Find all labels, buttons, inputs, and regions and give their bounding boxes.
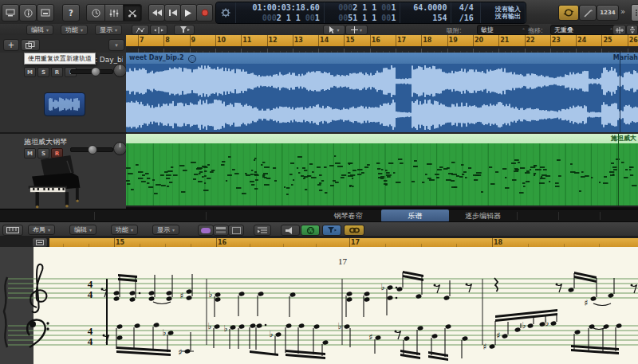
svg-text:4: 4 bbox=[88, 288, 93, 300]
back-to-start-button[interactable] bbox=[164, 4, 181, 22]
track-header-audio[interactable]: Mariah Carey....weet Day_bip MSRI bbox=[0, 53, 127, 134]
track-r-button[interactable]: R bbox=[51, 67, 63, 77]
link-icon[interactable] bbox=[344, 225, 364, 236]
ruler-bar-number: 25 bbox=[603, 37, 612, 44]
ruler-bar-number: 14 bbox=[320, 37, 329, 44]
svg-text:♭: ♭ bbox=[380, 282, 384, 292]
catch-filter-icon[interactable] bbox=[322, 225, 341, 236]
add-track-button[interactable]: + bbox=[3, 39, 19, 51]
track-name[interactable]: 施坦威大钢琴 bbox=[24, 137, 123, 147]
lcd-time-subposition: 0002 1 1 001 bbox=[262, 14, 320, 22]
ruler-bar-number: 20 bbox=[475, 37, 483, 44]
smart-controls-icon[interactable] bbox=[37, 4, 54, 22]
lcd-locator: 0051 1 1 001 bbox=[338, 14, 396, 22]
waveform-vzoom-icon[interactable] bbox=[626, 25, 638, 35]
ruler-bar-number: 21 bbox=[500, 37, 509, 44]
ruler-tick bbox=[576, 35, 577, 46]
svg-text:♯: ♯ bbox=[584, 298, 588, 308]
drag-label: 拖移: bbox=[528, 26, 543, 35]
pan-knob[interactable] bbox=[113, 64, 127, 77]
ruler-tick bbox=[525, 35, 526, 46]
menu-button[interactable]: 布局▾ bbox=[28, 225, 55, 235]
display-level-icon[interactable] bbox=[254, 225, 271, 236]
editor-tab[interactable]: 乐谱 bbox=[381, 209, 449, 222]
ruler-bar-number: 23 bbox=[552, 37, 561, 44]
lcd-signature-cell: 4/4 /16 bbox=[451, 2, 480, 23]
ruler-bar-number: 9 bbox=[191, 37, 196, 44]
crosshair-tool-button[interactable]: ▾ bbox=[345, 25, 368, 35]
menu-button[interactable]: 编辑▾ bbox=[69, 225, 96, 235]
editor-tab[interactable]: 逐步编辑器 bbox=[449, 209, 517, 222]
view-mode-linear-icon[interactable] bbox=[213, 225, 229, 236]
control-bar-list-icon[interactable] bbox=[631, 4, 638, 22]
svg-text:♭: ♭ bbox=[207, 321, 211, 331]
snap-select[interactable]: 敏捷⌃ bbox=[477, 25, 530, 35]
ruler-bar-number: 7 bbox=[140, 37, 144, 44]
lcd-io-cell: 没有输入 没有输出 bbox=[481, 2, 526, 23]
filter-icon[interactable] bbox=[174, 25, 195, 35]
mixer-icon[interactable] bbox=[104, 4, 124, 22]
audio-region[interactable]: weet Day_bip.2 ○ Mariah bbox=[126, 53, 638, 132]
track-header-piano[interactable]: 施坦威大钢琴 MSR bbox=[0, 134, 127, 210]
autopunch-icon[interactable] bbox=[579, 5, 597, 21]
info-icon[interactable] bbox=[19, 4, 37, 22]
display-icon[interactable] bbox=[2, 4, 19, 22]
drag-select[interactable]: 无重叠⌃ bbox=[550, 25, 617, 35]
cycle-icon[interactable] bbox=[558, 5, 579, 21]
menu-button[interactable]: 显示▾ bbox=[152, 225, 179, 235]
svg-text:♭: ♭ bbox=[162, 327, 166, 338]
next-region-name: Mariah bbox=[613, 53, 638, 64]
duplicate-track-button[interactable] bbox=[21, 39, 40, 51]
automation-icon[interactable] bbox=[132, 25, 149, 35]
view-mode-selected-icon[interactable] bbox=[198, 225, 214, 236]
help-icon[interactable]: ? bbox=[62, 4, 80, 22]
svg-text:♭: ♭ bbox=[208, 289, 212, 299]
svg-text:♭: ♭ bbox=[545, 318, 549, 328]
more-chevrons[interactable]: » bbox=[620, 7, 625, 16]
rewind-button[interactable] bbox=[148, 4, 165, 22]
track-header-options-icon[interactable]: ▾ bbox=[108, 39, 124, 51]
waveform-hzoom-icon[interactable] bbox=[612, 25, 626, 35]
view-mode-page-icon[interactable] bbox=[228, 225, 244, 236]
pointer-tool-button[interactable]: ▾ bbox=[323, 25, 345, 35]
ruler-tick bbox=[349, 238, 350, 247]
track-s-button[interactable]: S bbox=[37, 67, 49, 77]
ruler-tick bbox=[344, 35, 345, 46]
score-editor[interactable]: 444417♯♭♭♯♭♯♭♭♭♭♯♯♯♭♭ bbox=[0, 247, 638, 364]
score-ruler[interactable]: 15161718 bbox=[0, 236, 638, 247]
volume-slider[interactable] bbox=[70, 69, 113, 74]
ruler-tick bbox=[216, 238, 217, 247]
track-m-button[interactable]: M bbox=[24, 67, 36, 77]
ruler-tick bbox=[190, 35, 191, 46]
bar-ruler[interactable]: 7891011121314151617181920212223242526 bbox=[126, 35, 638, 53]
ruler-tick bbox=[370, 35, 371, 46]
editor-keyboard-icon[interactable] bbox=[2, 225, 23, 236]
lcd-division: /16 bbox=[459, 14, 474, 22]
midi-region[interactable]: 施坦威大 bbox=[126, 134, 638, 209]
tracks-menu-bar: 编辑▾功能▾显示▾ ▾ ▾ 吸附: 敏捷⌃ 拖移: 无重叠⌃ bbox=[0, 24, 638, 36]
tools-icon[interactable] bbox=[123, 4, 142, 22]
svg-text:♯: ♯ bbox=[368, 332, 372, 342]
flex-icon[interactable] bbox=[150, 25, 167, 35]
menu-button[interactable]: 显示▾ bbox=[95, 25, 122, 35]
record-button[interactable] bbox=[196, 4, 213, 22]
midi-in-icon[interactable] bbox=[301, 225, 320, 236]
midi-out-icon[interactable] bbox=[281, 225, 300, 236]
pan-knob[interactable] bbox=[113, 142, 127, 155]
ruler-tick bbox=[241, 35, 242, 46]
ruler-bar-number: 8 bbox=[165, 37, 170, 44]
volume-slider[interactable] bbox=[70, 147, 113, 152]
count-in-button[interactable]: 1234 bbox=[597, 5, 619, 21]
region-boundary bbox=[618, 134, 619, 205]
editor-tab[interactable]: 钢琴卷帘 bbox=[315, 209, 381, 222]
ruler-tick bbox=[628, 35, 628, 46]
menu-button[interactable]: 功能▾ bbox=[111, 225, 138, 235]
lcd-gear-icon[interactable] bbox=[216, 2, 236, 23]
ruler-bar-number: 19 bbox=[449, 37, 458, 44]
play-button[interactable] bbox=[180, 4, 197, 22]
ruler-bar-number: 16 bbox=[372, 37, 380, 44]
metronome-icon[interactable] bbox=[86, 4, 105, 22]
menu-button[interactable]: 功能▾ bbox=[61, 25, 88, 35]
menu-button[interactable]: 编辑▾ bbox=[26, 25, 53, 35]
lcd-display[interactable]: 01:00:03:18.60 0002 1 1 001 0002 1 1 001… bbox=[215, 2, 526, 24]
